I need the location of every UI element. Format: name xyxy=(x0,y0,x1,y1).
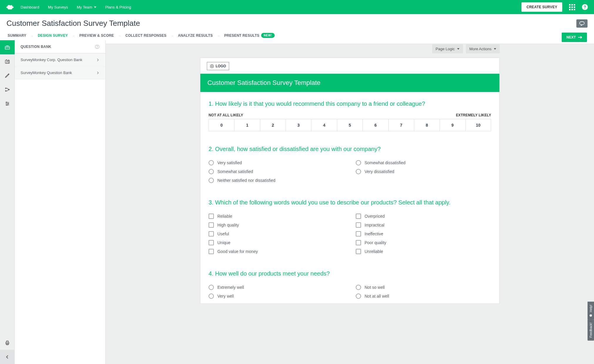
apps-menu-button[interactable] xyxy=(569,4,575,10)
checkbox-option[interactable]: Good value for money xyxy=(209,247,344,256)
rail-print[interactable] xyxy=(0,336,15,350)
svg-point-4 xyxy=(5,88,6,89)
sidebar-item-corp-qb[interactable]: SurveyMonkey Corp. Question Bank xyxy=(15,53,105,66)
rail-question-bank[interactable] xyxy=(0,40,15,54)
question-3[interactable]: 3. Which of the following words would yo… xyxy=(209,198,491,256)
nps-cell-6[interactable]: 6 xyxy=(363,119,388,131)
checkbox-option[interactable]: Unique xyxy=(209,238,344,247)
checkbox-option[interactable]: Impractical xyxy=(356,221,491,229)
nav-my-team[interactable]: My Team xyxy=(77,5,97,9)
checkbox-option[interactable]: Reliable xyxy=(209,212,344,221)
question-2[interactable]: 2. Overall, how satisfied or dissatisfie… xyxy=(209,145,491,185)
new-badge: NEW! xyxy=(261,33,275,38)
page-logic-button[interactable]: Page Logic xyxy=(432,44,463,53)
nps-cell-2[interactable]: 2 xyxy=(260,119,286,131)
checkbox-option[interactable]: Useful xyxy=(209,229,344,238)
nps-cell-9[interactable]: 9 xyxy=(440,119,465,131)
nps-cell-8[interactable]: 8 xyxy=(414,119,440,131)
option-label: Reliable xyxy=(217,214,232,219)
option-label: Very dissatisfied xyxy=(365,169,394,174)
side-rail xyxy=(0,40,15,364)
checkbox-icon xyxy=(209,240,214,245)
top-nav: Dashboard My Surveys My Team Plans & Pri… xyxy=(0,0,594,14)
radio-option[interactable]: Neither satisfied nor dissatisfied xyxy=(209,176,344,185)
rail-themes[interactable] xyxy=(0,68,15,83)
page-toolbar: Page Logic More Actions xyxy=(200,40,500,58)
help-button[interactable]: ? xyxy=(582,4,588,10)
option-label: Very satisfied xyxy=(217,160,242,165)
option-grid: Extremely well Very well Not so well Not… xyxy=(209,283,491,301)
step-arrow-icon: → xyxy=(171,34,174,41)
rail-options[interactable] xyxy=(0,97,15,111)
arrow-right-icon xyxy=(578,36,582,39)
nps-cell-0[interactable]: 0 xyxy=(209,119,234,131)
survey-card: LOGO Customer Satisfaction Survey Templa… xyxy=(200,58,500,304)
canvas-inner: Page Logic More Actions LOGO Customer Sa… xyxy=(200,40,500,304)
checkbox-icon xyxy=(356,231,361,236)
radio-option[interactable]: Very dissatisfied xyxy=(356,167,491,176)
checkbox-option[interactable]: Overpriced xyxy=(356,212,491,221)
add-logo-button[interactable]: LOGO xyxy=(207,62,229,70)
checkbox-option[interactable]: Unreliable xyxy=(356,247,491,256)
apps-grid-icon xyxy=(569,4,575,10)
question-1[interactable]: 1. How likely is it that you would recom… xyxy=(209,100,491,131)
checkbox-icon xyxy=(209,214,214,219)
radio-icon xyxy=(209,178,214,183)
nav-dashboard[interactable]: Dashboard xyxy=(21,5,39,9)
option-label: Extremely well xyxy=(217,285,244,290)
nps-cell-5[interactable]: 5 xyxy=(337,119,363,131)
radio-option[interactable]: Extremely well xyxy=(209,283,344,292)
radio-option[interactable]: Not so well xyxy=(356,283,491,292)
checkbox-option[interactable]: Poor quality xyxy=(356,238,491,247)
create-survey-button[interactable]: CREATE SURVEY xyxy=(521,2,562,12)
rail-builder[interactable] xyxy=(0,54,15,68)
nps-cell-7[interactable]: 7 xyxy=(389,119,414,131)
nav-plans[interactable]: Plans & Pricing xyxy=(105,5,131,9)
brand-logo[interactable] xyxy=(6,4,14,10)
radio-option[interactable]: Not at all well xyxy=(356,292,491,301)
chat-bubble-icon xyxy=(579,21,585,26)
radio-icon xyxy=(209,293,214,299)
radio-option[interactable]: Very satisfied xyxy=(209,158,344,167)
svg-point-14 xyxy=(97,48,97,48)
help-circle-icon: ? xyxy=(582,4,588,10)
rail-collapse-button[interactable] xyxy=(0,350,15,364)
nps-cell-3[interactable]: 3 xyxy=(286,119,311,131)
nps-cell-1[interactable]: 1 xyxy=(234,119,260,131)
checkbox-option[interactable]: High quality xyxy=(209,221,344,229)
sidebar-item-sm-qb[interactable]: SurveyMonkey Question Bank xyxy=(15,66,105,79)
feedback-float-tab[interactable]: Feedback! xyxy=(588,320,594,340)
tab-present-label: PRESENT RESULTS xyxy=(224,33,259,38)
checkbox-icon xyxy=(356,249,361,254)
sidebar-help-button[interactable] xyxy=(95,44,100,49)
feedback-float-label: Feedback! xyxy=(589,323,593,338)
canvas[interactable]: Page Logic More Actions LOGO Customer Sa… xyxy=(106,40,594,364)
svg-point-8 xyxy=(8,103,9,104)
nps-labels: NOT AT ALL LIKELY EXTREMELY LIKELY xyxy=(209,113,491,117)
checkbox-icon xyxy=(356,214,361,219)
help-float-tab[interactable]: ? Help! xyxy=(588,302,594,320)
question-4[interactable]: 4. How well do our products meet your ne… xyxy=(209,269,491,301)
checkbox-icon xyxy=(209,231,214,236)
option-label: High quality xyxy=(217,223,239,227)
building-icon xyxy=(5,59,10,64)
radio-option[interactable]: Somewhat satisfied xyxy=(209,167,344,176)
survey-title-bar[interactable]: Customer Satisfaction Survey Template xyxy=(200,74,499,92)
more-actions-label: More Actions xyxy=(469,47,491,51)
comments-button[interactable] xyxy=(576,19,588,28)
logo-button-label: LOGO xyxy=(216,64,226,68)
svg-rect-2 xyxy=(580,21,584,24)
rail-logic[interactable] xyxy=(0,83,15,97)
nps-cell-4[interactable]: 4 xyxy=(311,119,337,131)
more-actions-button[interactable]: More Actions xyxy=(466,44,500,53)
radio-option[interactable]: Somewhat dissatisfied xyxy=(356,158,491,167)
option-grid: Reliable High quality Useful Unique Good… xyxy=(209,212,491,256)
sliders-icon xyxy=(5,101,10,106)
option-label: Very well xyxy=(217,294,234,298)
radio-option[interactable]: Very well xyxy=(209,292,344,301)
checkbox-option[interactable]: Ineffective xyxy=(356,229,491,238)
caret-down-icon xyxy=(494,48,496,50)
option-label: Useful xyxy=(217,232,229,236)
nav-my-surveys[interactable]: My Surveys xyxy=(48,5,68,9)
nps-cell-10[interactable]: 10 xyxy=(466,119,491,131)
